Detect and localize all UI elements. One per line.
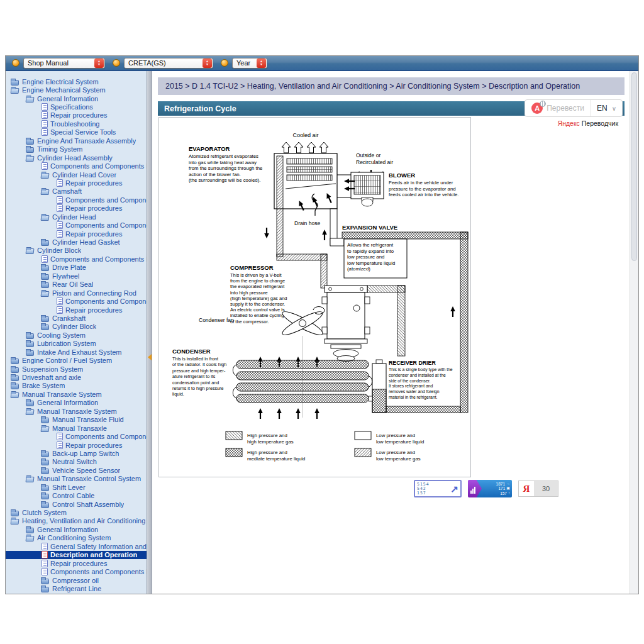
- folder-icon: [41, 502, 49, 508]
- blower-description: Feeds air in the vehicle underpressure t…: [389, 180, 458, 197]
- sidebar-item[interactable]: Cylinder Block: [6, 247, 147, 255]
- sidebar-item-label: Drive Plate: [52, 264, 86, 271]
- sidebar-item[interactable]: Cooling System: [6, 331, 147, 339]
- sidebar-item[interactable]: Cylinder Head Gasket: [6, 238, 147, 246]
- arrow-up-icon: ↑: [508, 491, 510, 496]
- sidebar-item[interactable]: General Safety Information and C: [6, 542, 147, 550]
- sidebar-item[interactable]: Cylinder Head: [6, 213, 147, 221]
- sidebar-item-label: Cylinder Head Gasket: [52, 238, 120, 246]
- language-select[interactable]: EN ∨: [591, 104, 622, 113]
- sidebar-item[interactable]: Manual Transaxle: [6, 424, 147, 432]
- sidebar-item[interactable]: Shift Lever: [6, 483, 147, 491]
- sidebar-item[interactable]: Specifications: [6, 103, 147, 111]
- sidebar-item[interactable]: Engine Electrical System: [6, 77, 147, 86]
- sidebar-item[interactable]: Drive Plate: [6, 264, 147, 272]
- sidebar-item[interactable]: Brake System: [6, 382, 147, 390]
- sidebar-item-label: Control Shaft Assembly: [52, 501, 124, 508]
- sidebar-item[interactable]: Manual Transaxle System: [6, 390, 147, 398]
- scrollbar-thumb[interactable]: [631, 72, 637, 261]
- sidebar-item[interactable]: Engine Control / Fuel System: [6, 356, 147, 364]
- condenser-label: CONDENSER: [172, 348, 211, 355]
- sidebar-item[interactable]: Engine And Transaxle Assembly: [6, 136, 147, 145]
- sidebar-item[interactable]: Intake And Exhaust System: [6, 348, 147, 356]
- sidebar-item[interactable]: Repair procedures: [6, 441, 147, 449]
- sidebar-item[interactable]: General Information: [6, 525, 147, 533]
- vertical-scrollbar[interactable]: [630, 71, 638, 594]
- folder-icon: [26, 147, 34, 153]
- pane-splitter[interactable]: [147, 71, 152, 594]
- sidebar-item[interactable]: Cylinder Head Assembly: [6, 153, 147, 162]
- sidebar-item[interactable]: Neutral Switch: [6, 458, 147, 466]
- sidebar-item[interactable]: Components and Components L: [6, 162, 147, 170]
- sidebar-item[interactable]: Control Shaft Assembly: [6, 500, 147, 508]
- sidebar-item[interactable]: Refrigerant Line: [6, 584, 147, 592]
- sidebar-item[interactable]: Rear Oil Seal: [6, 280, 147, 289]
- sidebar-item[interactable]: Compressor oil: [6, 576, 147, 584]
- mailru-counter[interactable]: 1871→ 171▣ 157↑: [468, 480, 512, 497]
- compressor-unit: [322, 286, 405, 362]
- sidebar-item[interactable]: Clutch System: [6, 508, 147, 516]
- sidebar-item[interactable]: Cylinder Block: [6, 323, 147, 331]
- sidebar-item[interactable]: Manual Transaxle Control System: [6, 475, 147, 483]
- sidebar-item[interactable]: Components and Component: [6, 297, 147, 305]
- slash-hatch-swatch: [355, 448, 371, 457]
- sidebar-item[interactable]: Troubleshooting: [6, 119, 147, 128]
- model-select-group: CRETA(GS) ▲▼: [113, 58, 213, 69]
- sidebar-item[interactable]: Timing System: [6, 145, 147, 153]
- year-select[interactable]: Year ▲▼: [232, 58, 267, 69]
- globe-icon: [540, 101, 546, 107]
- sidebar-item-label: Manual Transaxle Fluid: [52, 416, 124, 423]
- collapse-arrow-icon[interactable]: [148, 354, 152, 360]
- sidebar-item[interactable]: Repair procedures: [6, 179, 147, 187]
- sidebar-item[interactable]: Manual Transaxle Fluid: [6, 416, 147, 424]
- sidebar-item[interactable]: General Information: [6, 399, 147, 407]
- backslash-hatch-swatch: [226, 431, 242, 440]
- model-select[interactable]: CRETA(GS) ▲▼: [124, 58, 213, 69]
- stepper-arrows-icon[interactable]: ▲▼: [94, 58, 104, 68]
- sidebar-item[interactable]: Repair procedures: [6, 559, 147, 567]
- manual-select[interactable]: Shop Manual ▲▼: [23, 58, 105, 69]
- yandex-metrica-counter[interactable]: Я 30: [518, 480, 558, 497]
- sidebar-item[interactable]: Repair procedures: [6, 306, 147, 314]
- sidebar-item-label: Repair procedures: [65, 204, 123, 212]
- sidebar-item[interactable]: Repair procedures: [6, 111, 147, 119]
- sidebar-item[interactable]: Vehicle Speed Sensor: [6, 466, 147, 474]
- sidebar-item[interactable]: Repair procedures: [6, 204, 147, 213]
- sidebar-item[interactable]: Components and Component: [6, 221, 147, 229]
- folder-icon: [11, 384, 19, 389]
- blower-unit: [337, 172, 384, 206]
- sidebar-item[interactable]: Special Service Tools: [6, 128, 147, 136]
- sidebar-item[interactable]: Flywheel: [6, 272, 147, 280]
- sidebar-item[interactable]: Crankshaft: [6, 314, 147, 322]
- sidebar-item[interactable]: Cylinder Head Cover: [6, 170, 147, 179]
- folder-icon: [26, 350, 34, 356]
- condenser-fan-label: Condenser fan: [199, 317, 234, 323]
- sidebar-item[interactable]: Heating, Ventilation and Air Conditionin…: [6, 517, 147, 525]
- sidebar-item[interactable]: Engine Mechanical System: [6, 86, 147, 94]
- sidebar-item[interactable]: Lubrication System: [6, 340, 147, 348]
- document-icon: [57, 221, 63, 229]
- sidebar-item[interactable]: Back-up Lamp Switch: [6, 449, 147, 457]
- sidebar-item[interactable]: Suspension System: [6, 365, 147, 373]
- translate-button[interactable]: A Перевести: [525, 103, 591, 114]
- sidebar-item[interactable]: Compressor: [6, 593, 147, 594]
- sidebar-item[interactable]: Components and Component: [6, 196, 147, 204]
- plain-swatch: [355, 431, 371, 440]
- model-select-value: CRETA(GS): [128, 59, 199, 67]
- sidebar-item[interactable]: Components and Components L: [6, 255, 147, 263]
- sidebar-item[interactable]: Control Cable: [6, 491, 147, 499]
- stepper-arrows-icon[interactable]: ▲▼: [257, 58, 266, 68]
- sidebar-item[interactable]: Driveshaft and axle: [6, 373, 147, 381]
- sidebar-item[interactable]: Camshaft: [6, 187, 147, 196]
- stepper-arrows-icon[interactable]: ▲▼: [203, 58, 212, 68]
- sidebar-item[interactable]: Components and Components L: [6, 567, 147, 575]
- sidebar-item[interactable]: Piston and Connecting Rod: [6, 289, 147, 297]
- sidebar-item[interactable]: Repair procedures: [6, 230, 147, 238]
- liveinternet-counter[interactable]: 5154 542 157 ↗: [414, 480, 462, 497]
- sidebar-item[interactable]: Air Conditioning System: [6, 534, 147, 542]
- sidebar-item[interactable]: Components and Component: [6, 432, 147, 440]
- sidebar-item[interactable]: General Information: [6, 94, 147, 103]
- folder-icon: [11, 519, 19, 525]
- sidebar-item[interactable]: Manual Transaxle System: [6, 407, 147, 415]
- sidebar-item[interactable]: Description and Operation: [6, 551, 147, 559]
